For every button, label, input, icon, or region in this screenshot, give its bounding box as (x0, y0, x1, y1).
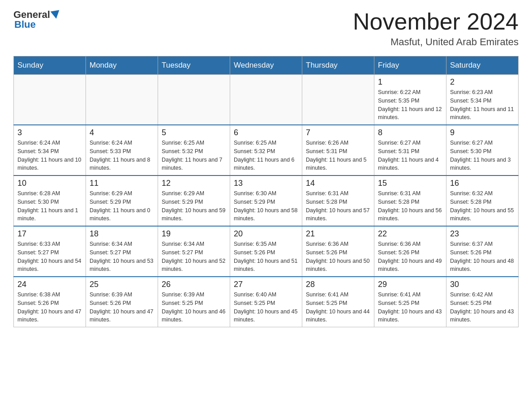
title-area: November 2024 Masfut, United Arab Emirat… (353, 9, 519, 48)
calendar-row: 10Sunrise: 6:28 AMSunset: 5:30 PMDayligh… (14, 176, 519, 226)
logo-area: General Blue (13, 9, 61, 30)
calendar-cell: 5Sunrise: 6:25 AMSunset: 5:32 PMDaylight… (158, 125, 230, 176)
day-number: 30 (450, 280, 515, 289)
day-number: 2 (450, 77, 515, 87)
calendar-cell: 20Sunrise: 6:35 AMSunset: 5:26 PMDayligh… (230, 226, 302, 277)
day-number: 20 (234, 229, 298, 239)
day-number: 21 (306, 229, 370, 239)
weekday-header-sunday: Sunday (14, 56, 86, 75)
day-info: Sunrise: 6:24 AMSunset: 5:33 PMDaylight:… (90, 139, 154, 172)
calendar-cell: 12Sunrise: 6:29 AMSunset: 5:29 PMDayligh… (158, 176, 230, 226)
calendar-row: 24Sunrise: 6:38 AMSunset: 5:26 PMDayligh… (14, 277, 519, 327)
day-info: Sunrise: 6:39 AMSunset: 5:26 PMDaylight:… (90, 291, 154, 324)
day-info: Sunrise: 6:36 AMSunset: 5:26 PMDaylight:… (378, 240, 442, 274)
weekday-header-friday: Friday (374, 56, 446, 75)
day-number: 4 (90, 128, 154, 137)
calendar-cell: 1Sunrise: 6:22 AMSunset: 5:35 PMDaylight… (374, 75, 446, 125)
calendar-cell: 10Sunrise: 6:28 AMSunset: 5:30 PMDayligh… (14, 176, 86, 226)
calendar-cell: 24Sunrise: 6:38 AMSunset: 5:26 PMDayligh… (14, 277, 86, 327)
day-info: Sunrise: 6:32 AMSunset: 5:28 PMDaylight:… (450, 189, 515, 223)
calendar-cell: 29Sunrise: 6:41 AMSunset: 5:25 PMDayligh… (374, 277, 446, 327)
day-info: Sunrise: 6:42 AMSunset: 5:25 PMDaylight:… (450, 291, 515, 324)
day-number: 19 (162, 229, 226, 239)
calendar-cell: 13Sunrise: 6:30 AMSunset: 5:29 PMDayligh… (230, 176, 302, 226)
calendar-cell: 26Sunrise: 6:39 AMSunset: 5:25 PMDayligh… (158, 277, 230, 327)
month-year-title: November 2024 (353, 9, 519, 34)
day-number: 1 (378, 77, 442, 87)
day-info: Sunrise: 6:23 AMSunset: 5:34 PMDaylight:… (450, 88, 515, 122)
day-number: 3 (17, 128, 82, 137)
calendar-cell: 16Sunrise: 6:32 AMSunset: 5:28 PMDayligh… (446, 176, 519, 226)
day-info: Sunrise: 6:30 AMSunset: 5:29 PMDaylight:… (234, 189, 298, 223)
day-info: Sunrise: 6:41 AMSunset: 5:25 PMDaylight:… (378, 291, 442, 324)
day-number: 14 (306, 179, 370, 188)
day-info: Sunrise: 6:36 AMSunset: 5:26 PMDaylight:… (306, 240, 370, 274)
day-info: Sunrise: 6:33 AMSunset: 5:27 PMDaylight:… (17, 240, 82, 274)
day-info: Sunrise: 6:25 AMSunset: 5:32 PMDaylight:… (162, 139, 226, 172)
calendar-cell: 28Sunrise: 6:41 AMSunset: 5:25 PMDayligh… (302, 277, 374, 327)
day-info: Sunrise: 6:41 AMSunset: 5:25 PMDaylight:… (306, 291, 370, 324)
calendar-cell: 27Sunrise: 6:40 AMSunset: 5:25 PMDayligh… (230, 277, 302, 327)
location-subtitle: Masfut, United Arab Emirates (353, 36, 519, 48)
logo-blue-text: Blue (14, 19, 36, 30)
calendar-header: SundayMondayTuesdayWednesdayThursdayFrid… (14, 56, 519, 75)
calendar-cell: 4Sunrise: 6:24 AMSunset: 5:33 PMDaylight… (86, 125, 158, 176)
calendar-cell (158, 75, 230, 125)
day-number: 9 (450, 128, 515, 137)
day-info: Sunrise: 6:34 AMSunset: 5:27 PMDaylight:… (90, 240, 154, 274)
day-info: Sunrise: 6:27 AMSunset: 5:31 PMDaylight:… (378, 139, 442, 172)
calendar-cell: 30Sunrise: 6:42 AMSunset: 5:25 PMDayligh… (446, 277, 519, 327)
calendar-row: 17Sunrise: 6:33 AMSunset: 5:27 PMDayligh… (14, 226, 519, 277)
day-number: 26 (162, 280, 226, 289)
weekday-header-row: SundayMondayTuesdayWednesdayThursdayFrid… (14, 56, 519, 75)
day-number: 7 (306, 128, 370, 137)
day-number: 8 (378, 128, 442, 137)
calendar-cell (14, 75, 86, 125)
calendar-cell: 8Sunrise: 6:27 AMSunset: 5:31 PMDaylight… (374, 125, 446, 176)
day-number: 5 (162, 128, 226, 137)
day-number: 24 (17, 280, 82, 289)
calendar-cell: 9Sunrise: 6:27 AMSunset: 5:30 PMDaylight… (446, 125, 519, 176)
calendar-cell: 2Sunrise: 6:23 AMSunset: 5:34 PMDaylight… (446, 75, 519, 125)
day-number: 28 (306, 280, 370, 289)
calendar-cell: 15Sunrise: 6:31 AMSunset: 5:28 PMDayligh… (374, 176, 446, 226)
calendar-cell: 7Sunrise: 6:26 AMSunset: 5:31 PMDaylight… (302, 125, 374, 176)
day-number: 29 (378, 280, 442, 289)
day-number: 6 (234, 128, 298, 137)
day-number: 22 (378, 229, 442, 239)
day-info: Sunrise: 6:39 AMSunset: 5:25 PMDaylight:… (162, 291, 226, 324)
calendar-cell (230, 75, 302, 125)
calendar-cell: 3Sunrise: 6:24 AMSunset: 5:34 PMDaylight… (14, 125, 86, 176)
day-info: Sunrise: 6:25 AMSunset: 5:32 PMDaylight:… (234, 139, 298, 172)
day-info: Sunrise: 6:24 AMSunset: 5:34 PMDaylight:… (17, 139, 82, 172)
calendar-cell: 21Sunrise: 6:36 AMSunset: 5:26 PMDayligh… (302, 226, 374, 277)
weekday-header-tuesday: Tuesday (158, 56, 230, 75)
weekday-header-saturday: Saturday (446, 56, 519, 75)
day-number: 23 (450, 229, 515, 239)
calendar-cell: 19Sunrise: 6:34 AMSunset: 5:27 PMDayligh… (158, 226, 230, 277)
day-info: Sunrise: 6:29 AMSunset: 5:29 PMDaylight:… (90, 189, 154, 223)
day-info: Sunrise: 6:34 AMSunset: 5:27 PMDaylight:… (162, 240, 226, 274)
calendar-cell (302, 75, 374, 125)
day-number: 17 (17, 229, 82, 239)
day-info: Sunrise: 6:38 AMSunset: 5:26 PMDaylight:… (17, 291, 82, 324)
calendar-cell: 25Sunrise: 6:39 AMSunset: 5:26 PMDayligh… (86, 277, 158, 327)
day-info: Sunrise: 6:29 AMSunset: 5:29 PMDaylight:… (162, 189, 226, 223)
logo-triangle-icon (51, 10, 61, 19)
calendar-table: SundayMondayTuesdayWednesdayThursdayFrid… (13, 56, 519, 327)
day-number: 16 (450, 179, 515, 188)
calendar-cell (86, 75, 158, 125)
day-info: Sunrise: 6:27 AMSunset: 5:30 PMDaylight:… (450, 139, 515, 172)
day-number: 10 (17, 179, 82, 188)
day-info: Sunrise: 6:28 AMSunset: 5:30 PMDaylight:… (17, 189, 82, 223)
day-info: Sunrise: 6:37 AMSunset: 5:26 PMDaylight:… (450, 240, 515, 274)
calendar-cell: 18Sunrise: 6:34 AMSunset: 5:27 PMDayligh… (86, 226, 158, 277)
weekday-header-wednesday: Wednesday (230, 56, 302, 75)
calendar-cell: 11Sunrise: 6:29 AMSunset: 5:29 PMDayligh… (86, 176, 158, 226)
day-info: Sunrise: 6:40 AMSunset: 5:25 PMDaylight:… (234, 291, 298, 324)
day-number: 12 (162, 179, 226, 188)
weekday-header-monday: Monday (86, 56, 158, 75)
calendar-cell: 23Sunrise: 6:37 AMSunset: 5:26 PMDayligh… (446, 226, 519, 277)
calendar-body: 1Sunrise: 6:22 AMSunset: 5:35 PMDaylight… (14, 75, 519, 327)
day-number: 15 (378, 179, 442, 188)
